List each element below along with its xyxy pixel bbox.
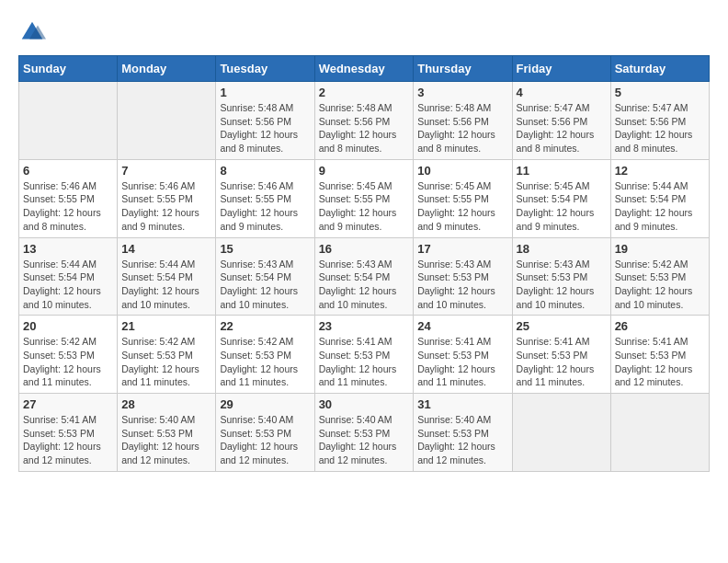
day-info: Sunrise: 5:41 AM Sunset: 5:53 PM Dayligh… bbox=[23, 413, 113, 467]
day-info: Sunrise: 5:41 AM Sunset: 5:53 PM Dayligh… bbox=[517, 335, 607, 389]
day-info: Sunrise: 5:43 AM Sunset: 5:53 PM Dayligh… bbox=[517, 258, 607, 312]
day-info: Sunrise: 5:43 AM Sunset: 5:54 PM Dayligh… bbox=[319, 258, 410, 312]
day-cell: 29Sunrise: 5:40 AM Sunset: 5:53 PM Dayli… bbox=[216, 394, 314, 472]
day-cell bbox=[118, 82, 216, 160]
day-number: 19 bbox=[615, 242, 705, 256]
day-info: Sunrise: 5:42 AM Sunset: 5:53 PM Dayligh… bbox=[121, 335, 211, 389]
day-number: 21 bbox=[121, 319, 211, 333]
day-number: 6 bbox=[23, 164, 113, 178]
day-number: 3 bbox=[417, 86, 507, 99]
day-number: 11 bbox=[517, 164, 607, 178]
day-number: 9 bbox=[319, 164, 410, 178]
day-number: 27 bbox=[23, 397, 113, 411]
day-cell: 6Sunrise: 5:46 AM Sunset: 5:55 PM Daylig… bbox=[19, 159, 118, 237]
day-info: Sunrise: 5:47 AM Sunset: 5:56 PM Dayligh… bbox=[615, 101, 705, 155]
day-cell: 28Sunrise: 5:40 AM Sunset: 5:53 PM Dayli… bbox=[118, 394, 216, 472]
col-header-tuesday: Tuesday bbox=[216, 56, 314, 82]
day-info: Sunrise: 5:43 AM Sunset: 5:53 PM Dayligh… bbox=[417, 258, 507, 312]
day-number: 1 bbox=[220, 86, 310, 99]
day-info: Sunrise: 5:40 AM Sunset: 5:53 PM Dayligh… bbox=[417, 413, 507, 467]
col-header-monday: Monday bbox=[118, 56, 216, 82]
day-cell bbox=[512, 394, 610, 472]
header-row: SundayMondayTuesdayWednesdayThursdayFrid… bbox=[19, 56, 710, 82]
day-number: 12 bbox=[615, 164, 705, 178]
logo-icon bbox=[18, 18, 46, 46]
day-info: Sunrise: 5:41 AM Sunset: 5:53 PM Dayligh… bbox=[615, 335, 705, 389]
day-number: 4 bbox=[517, 86, 607, 99]
day-info: Sunrise: 5:41 AM Sunset: 5:53 PM Dayligh… bbox=[319, 335, 410, 389]
day-cell: 18Sunrise: 5:43 AM Sunset: 5:53 PM Dayli… bbox=[512, 237, 610, 316]
week-row-5: 27Sunrise: 5:41 AM Sunset: 5:53 PM Dayli… bbox=[19, 394, 710, 472]
day-cell: 20Sunrise: 5:42 AM Sunset: 5:53 PM Dayli… bbox=[19, 316, 118, 394]
day-number: 16 bbox=[319, 242, 410, 256]
day-cell: 22Sunrise: 5:42 AM Sunset: 5:53 PM Dayli… bbox=[216, 316, 314, 394]
day-number: 13 bbox=[23, 242, 113, 256]
day-cell: 11Sunrise: 5:45 AM Sunset: 5:54 PM Dayli… bbox=[512, 159, 610, 237]
day-info: Sunrise: 5:45 AM Sunset: 5:55 PM Dayligh… bbox=[417, 179, 507, 234]
logo bbox=[18, 18, 50, 46]
day-info: Sunrise: 5:48 AM Sunset: 5:56 PM Dayligh… bbox=[417, 101, 507, 155]
day-number: 20 bbox=[23, 319, 113, 333]
col-header-friday: Friday bbox=[512, 56, 610, 82]
day-number: 14 bbox=[121, 242, 211, 256]
calendar-table: SundayMondayTuesdayWednesdayThursdayFrid… bbox=[18, 55, 710, 472]
day-number: 28 bbox=[121, 397, 211, 411]
week-row-3: 13Sunrise: 5:44 AM Sunset: 5:54 PM Dayli… bbox=[19, 237, 710, 316]
day-number: 18 bbox=[517, 242, 607, 256]
day-number: 30 bbox=[319, 397, 410, 411]
day-number: 26 bbox=[615, 319, 705, 333]
day-cell: 14Sunrise: 5:44 AM Sunset: 5:54 PM Dayli… bbox=[118, 237, 216, 316]
day-cell: 15Sunrise: 5:43 AM Sunset: 5:54 PM Dayli… bbox=[216, 237, 314, 316]
day-cell bbox=[19, 82, 118, 160]
day-info: Sunrise: 5:40 AM Sunset: 5:53 PM Dayligh… bbox=[220, 413, 310, 467]
day-info: Sunrise: 5:46 AM Sunset: 5:55 PM Dayligh… bbox=[121, 179, 211, 234]
day-number: 2 bbox=[319, 86, 410, 99]
day-info: Sunrise: 5:44 AM Sunset: 5:54 PM Dayligh… bbox=[121, 258, 211, 312]
day-number: 24 bbox=[417, 319, 507, 333]
day-cell: 10Sunrise: 5:45 AM Sunset: 5:55 PM Dayli… bbox=[414, 159, 512, 237]
day-info: Sunrise: 5:42 AM Sunset: 5:53 PM Dayligh… bbox=[23, 335, 113, 389]
day-cell: 27Sunrise: 5:41 AM Sunset: 5:53 PM Dayli… bbox=[19, 394, 118, 472]
day-info: Sunrise: 5:40 AM Sunset: 5:53 PM Dayligh… bbox=[319, 413, 410, 467]
page-header bbox=[18, 18, 710, 46]
day-info: Sunrise: 5:46 AM Sunset: 5:55 PM Dayligh… bbox=[23, 179, 113, 234]
day-info: Sunrise: 5:47 AM Sunset: 5:56 PM Dayligh… bbox=[517, 101, 607, 155]
day-info: Sunrise: 5:48 AM Sunset: 5:56 PM Dayligh… bbox=[319, 101, 410, 155]
day-number: 15 bbox=[220, 242, 310, 256]
day-cell: 9Sunrise: 5:45 AM Sunset: 5:55 PM Daylig… bbox=[314, 159, 414, 237]
day-number: 25 bbox=[517, 319, 607, 333]
day-cell: 4Sunrise: 5:47 AM Sunset: 5:56 PM Daylig… bbox=[512, 82, 610, 160]
day-info: Sunrise: 5:40 AM Sunset: 5:53 PM Dayligh… bbox=[121, 413, 211, 467]
day-info: Sunrise: 5:45 AM Sunset: 5:54 PM Dayligh… bbox=[517, 179, 607, 234]
col-header-saturday: Saturday bbox=[610, 56, 709, 82]
day-number: 8 bbox=[220, 164, 310, 178]
col-header-wednesday: Wednesday bbox=[314, 56, 414, 82]
day-number: 29 bbox=[220, 397, 310, 411]
day-cell: 16Sunrise: 5:43 AM Sunset: 5:54 PM Dayli… bbox=[314, 237, 414, 316]
day-info: Sunrise: 5:43 AM Sunset: 5:54 PM Dayligh… bbox=[220, 258, 310, 312]
day-cell bbox=[610, 394, 709, 472]
day-cell: 7Sunrise: 5:46 AM Sunset: 5:55 PM Daylig… bbox=[118, 159, 216, 237]
day-number: 5 bbox=[615, 86, 705, 99]
day-info: Sunrise: 5:48 AM Sunset: 5:56 PM Dayligh… bbox=[220, 101, 310, 155]
week-row-1: 1Sunrise: 5:48 AM Sunset: 5:56 PM Daylig… bbox=[19, 82, 710, 160]
day-cell: 19Sunrise: 5:42 AM Sunset: 5:53 PM Dayli… bbox=[610, 237, 709, 316]
day-number: 23 bbox=[319, 319, 410, 333]
day-cell: 24Sunrise: 5:41 AM Sunset: 5:53 PM Dayli… bbox=[414, 316, 512, 394]
day-cell: 17Sunrise: 5:43 AM Sunset: 5:53 PM Dayli… bbox=[414, 237, 512, 316]
day-cell: 8Sunrise: 5:46 AM Sunset: 5:55 PM Daylig… bbox=[216, 159, 314, 237]
day-cell: 26Sunrise: 5:41 AM Sunset: 5:53 PM Dayli… bbox=[610, 316, 709, 394]
day-number: 22 bbox=[220, 319, 310, 333]
day-cell: 5Sunrise: 5:47 AM Sunset: 5:56 PM Daylig… bbox=[610, 82, 709, 160]
col-header-sunday: Sunday bbox=[19, 56, 118, 82]
week-row-2: 6Sunrise: 5:46 AM Sunset: 5:55 PM Daylig… bbox=[19, 159, 710, 237]
day-cell: 21Sunrise: 5:42 AM Sunset: 5:53 PM Dayli… bbox=[118, 316, 216, 394]
day-number: 31 bbox=[417, 397, 507, 411]
day-cell: 13Sunrise: 5:44 AM Sunset: 5:54 PM Dayli… bbox=[19, 237, 118, 316]
day-info: Sunrise: 5:45 AM Sunset: 5:55 PM Dayligh… bbox=[319, 179, 410, 234]
col-header-thursday: Thursday bbox=[414, 56, 512, 82]
day-number: 10 bbox=[417, 164, 507, 178]
day-info: Sunrise: 5:41 AM Sunset: 5:53 PM Dayligh… bbox=[417, 335, 507, 389]
day-cell: 3Sunrise: 5:48 AM Sunset: 5:56 PM Daylig… bbox=[414, 82, 512, 160]
day-cell: 2Sunrise: 5:48 AM Sunset: 5:56 PM Daylig… bbox=[314, 82, 414, 160]
